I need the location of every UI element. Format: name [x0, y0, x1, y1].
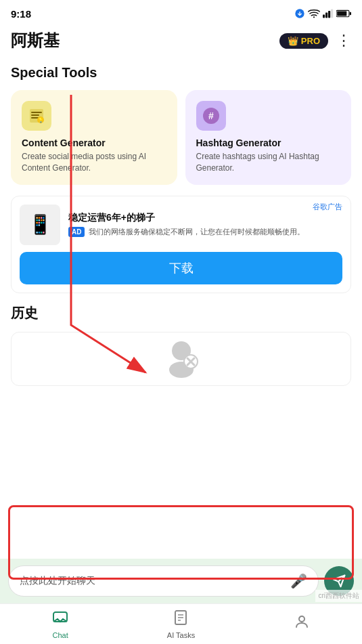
- ad-badge-row: AD 我们的网络服务确保稳定不断网，让您在任何时候都能顺畅使用。: [68, 227, 342, 237]
- ad-download-button[interactable]: 下载: [20, 252, 342, 284]
- signal-icon: [323, 9, 334, 18]
- ad-text-block: 稳定运营6年+的梯子 AD 我们的网络服务确保稳定不断网，让您在任何时候都能顺畅…: [68, 212, 342, 237]
- main-content: Special Tools 💡 Content Generator Create…: [0, 60, 362, 400]
- svg-rect-5: [328, 11, 330, 18]
- ad-image-icon: 📱: [28, 213, 52, 236]
- ai-tasks-nav-label: AI Tasks: [167, 631, 195, 639]
- more-button[interactable]: ⋮: [336, 32, 351, 49]
- hashtag-generator-name: Hashtag Generator: [196, 137, 341, 148]
- chat-nav-label: Chat: [53, 631, 68, 639]
- wifi-icon: [308, 9, 320, 18]
- history-empty-state: [11, 332, 351, 386]
- hashtag-generator-card[interactable]: # Hashtag Generator Create hashtags usin…: [185, 90, 352, 185]
- svg-text:💡: 💡: [38, 117, 44, 123]
- status-time: 9:18: [11, 8, 31, 20]
- header: 阿斯基 👑 PRO ⋮: [0, 24, 362, 60]
- svg-text:#: #: [208, 110, 214, 121]
- history-empty-icon: [161, 337, 202, 381]
- svg-rect-4: [325, 12, 327, 18]
- mic-icon[interactable]: 🎤: [290, 573, 307, 589]
- svg-rect-3: [323, 15, 325, 18]
- ad-content: 📱 稳定运营6年+的梯子 AD 我们的网络服务确保稳定不断网，让您在任何时候都能…: [20, 205, 342, 245]
- watermark: cri西西软件站: [315, 590, 362, 602]
- ad-banner: 谷歌广告 📱 稳定运营6年+的梯子 AD 我们的网络服务确保稳定不断网，让您在任…: [11, 196, 351, 293]
- battery-icon: [336, 9, 351, 18]
- tools-grid: 💡 Content Generator Create social media …: [11, 90, 351, 185]
- history-title: 历史: [11, 304, 351, 322]
- crown-icon: 👑: [288, 36, 298, 46]
- hashtag-generator-icon: #: [196, 101, 226, 131]
- svg-rect-12: [31, 114, 39, 116]
- chat-nav-icon: [52, 609, 68, 630]
- ad-tag: AD: [68, 227, 85, 237]
- pro-label: PRO: [301, 36, 320, 46]
- ad-desc: 我们的网络服务确保稳定不断网，让您在任何时候都能顺畅使用。: [89, 227, 304, 237]
- status-icons: [294, 8, 351, 19]
- content-generator-desc: Create social media posts using AI Conte…: [22, 151, 166, 174]
- svg-rect-9: [350, 12, 351, 16]
- ai-tasks-nav-icon: [173, 609, 189, 630]
- special-tools-title: Special Tools: [11, 65, 351, 81]
- ad-image: 📱: [20, 205, 60, 245]
- hashtag-generator-desc: Create hashtags using AI Hashtag Generat…: [196, 151, 341, 174]
- ad-label: 谷歌广告: [313, 202, 342, 212]
- svg-point-2: [313, 16, 315, 18]
- content-generator-card[interactable]: 💡 Content Generator Create social media …: [11, 90, 177, 185]
- chat-input-placeholder: 点按此处开始聊天: [20, 575, 95, 587]
- svg-rect-11: [31, 112, 42, 113]
- svg-point-29: [299, 616, 304, 622]
- nav-profile[interactable]: [242, 614, 362, 635]
- content-generator-name: Content Generator: [22, 137, 166, 148]
- chat-input-box[interactable]: 点按此处开始聊天 🎤: [8, 565, 319, 597]
- chat-input-area: 点按此处开始聊天 🎤: [0, 559, 362, 603]
- svg-rect-8: [337, 11, 346, 16]
- profile-nav-icon: [294, 614, 310, 634]
- svg-rect-6: [331, 9, 333, 18]
- history-section: 历史: [11, 304, 351, 386]
- app-title: 阿斯基: [11, 30, 60, 51]
- nav-chat[interactable]: Chat: [0, 609, 120, 639]
- bottom-nav: Chat AI Tasks: [0, 603, 362, 644]
- pro-badge[interactable]: 👑 PRO: [279, 33, 328, 49]
- content-generator-icon: 💡: [22, 101, 51, 131]
- ad-title: 稳定运营6年+的梯子: [68, 212, 342, 224]
- status-bar: 9:18: [0, 0, 362, 24]
- download-icon: [294, 8, 305, 19]
- nav-ai-tasks[interactable]: AI Tasks: [120, 609, 241, 639]
- header-right: 👑 PRO ⋮: [279, 32, 351, 49]
